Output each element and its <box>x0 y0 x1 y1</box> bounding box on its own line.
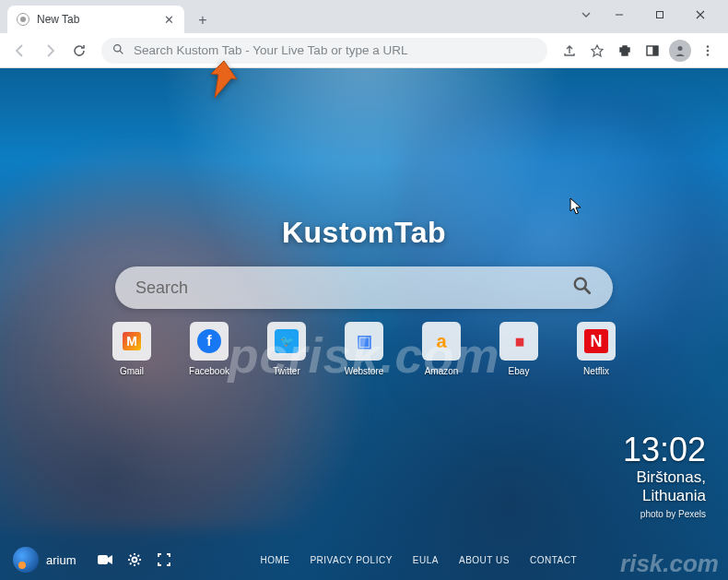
newtab-content: KustomTab M Gmail f Facebook 🐦 Twitter ▣… <box>0 68 728 580</box>
titlebar: New Tab ✕ + <box>0 0 728 33</box>
menu-button[interactable] <box>695 38 721 64</box>
svg-point-10 <box>707 53 710 56</box>
facebook-icon: f <box>190 322 229 361</box>
browser-toolbar: Search Kustom Tab - Your Live Tab or typ… <box>0 33 728 68</box>
window-controls <box>573 2 721 28</box>
clock-location: Birštonas, Lithuania <box>623 468 706 505</box>
svg-point-14 <box>132 558 136 562</box>
browser-tab[interactable]: New Tab ✕ <box>7 6 184 33</box>
svg-line-12 <box>585 289 590 293</box>
shortcut-label: Webstore <box>345 366 384 376</box>
tab-title: New Tab <box>37 13 79 26</box>
webstore-icon: ▣ <box>345 322 383 361</box>
svg-point-2 <box>114 44 121 51</box>
ebay-icon: ▮▮ <box>499 322 538 361</box>
clock-time: 13:02 <box>623 433 706 467</box>
svg-rect-1 <box>657 12 663 18</box>
share-button[interactable] <box>557 38 582 64</box>
shortcut-label: Facebook <box>189 366 229 376</box>
shortcut-label: Amazon <box>425 366 459 376</box>
search-input[interactable] <box>135 278 572 298</box>
back-button[interactable] <box>7 38 33 64</box>
tab-search-button[interactable] <box>573 2 599 28</box>
page-title: KustomTab <box>115 216 613 250</box>
maximize-button[interactable] <box>640 2 680 28</box>
svg-point-9 <box>707 49 710 52</box>
shortcut-label: Gmail <box>120 366 144 376</box>
shortcut-twitter[interactable]: 🐦 Twitter <box>262 322 311 376</box>
footer-link-home[interactable]: HOME <box>260 555 289 565</box>
svg-point-7 <box>678 46 683 51</box>
side-panel-button[interactable] <box>640 38 665 64</box>
search-icon[interactable] <box>572 276 593 300</box>
extensions-button[interactable] <box>612 38 638 64</box>
shortcuts-row: M Gmail f Facebook 🐦 Twitter ▣ Webstore … <box>107 322 621 376</box>
address-bar[interactable]: Search Kustom Tab - Your Live Tab or typ… <box>101 38 547 64</box>
address-bar-placeholder: Search Kustom Tab - Your Live Tab or typ… <box>134 43 536 57</box>
svg-rect-6 <box>653 46 658 55</box>
camera-icon[interactable] <box>97 551 113 568</box>
netflix-icon: N <box>577 322 616 361</box>
theme-icon <box>13 547 39 573</box>
minimize-button[interactable] <box>599 2 640 28</box>
search-box[interactable] <box>115 266 613 309</box>
shortcut-facebook[interactable]: f Facebook <box>184 322 234 376</box>
fullscreen-icon[interactable] <box>156 551 172 568</box>
annotation-arrow-icon <box>207 57 252 105</box>
footer-links: HOME PRIVACY POLICY EULA ABOUT US CONTAC… <box>260 555 715 565</box>
shortcut-label: Twitter <box>273 366 299 376</box>
footer-link-contact[interactable]: CONTACT <box>530 555 577 565</box>
svg-point-8 <box>707 45 710 48</box>
svg-line-3 <box>120 51 123 53</box>
profile-button[interactable] <box>667 38 693 64</box>
photo-credit: photo by Pexels <box>623 509 706 519</box>
clock-widget: 13:02 Birštonas, Lithuania photo by Pexe… <box>623 433 706 519</box>
close-tab-button[interactable]: ✕ <box>162 13 175 26</box>
shortcut-label: Netflix <box>583 366 609 376</box>
svg-rect-13 <box>98 555 108 564</box>
shortcut-ebay[interactable]: ▮▮ Ebay <box>494 322 544 376</box>
shortcut-netflix[interactable]: N Netflix <box>571 322 621 376</box>
avatar-icon <box>669 40 691 62</box>
reload-button[interactable] <box>66 38 92 64</box>
search-icon <box>112 43 124 58</box>
shortcut-label: Ebay <box>509 366 530 376</box>
bottom-bar: arium HOME PRIVACY POLICY EULA ABOUT US … <box>0 539 728 580</box>
amazon-icon: a <box>422 322 461 361</box>
forward-button[interactable] <box>37 38 63 64</box>
cursor-icon <box>569 197 582 219</box>
gmail-icon: M <box>112 322 151 361</box>
close-window-button[interactable] <box>680 2 721 28</box>
footer-link-privacy[interactable]: PRIVACY POLICY <box>310 555 392 565</box>
bookmark-button[interactable] <box>584 38 610 64</box>
theme-name: arium <box>46 553 76 567</box>
settings-icon[interactable] <box>126 551 143 568</box>
shortcut-webstore[interactable]: ▣ Webstore <box>339 322 389 376</box>
footer-link-eula[interactable]: EULA <box>413 555 439 565</box>
footer-link-about[interactable]: ABOUT US <box>459 555 510 565</box>
theme-selector[interactable]: arium <box>13 547 76 573</box>
shortcut-gmail[interactable]: M Gmail <box>107 322 157 376</box>
tab-favicon <box>17 13 29 26</box>
shortcut-amazon[interactable]: a Amazon <box>417 322 466 376</box>
twitter-icon: 🐦 <box>267 322 306 361</box>
new-tab-button[interactable]: + <box>190 7 216 33</box>
